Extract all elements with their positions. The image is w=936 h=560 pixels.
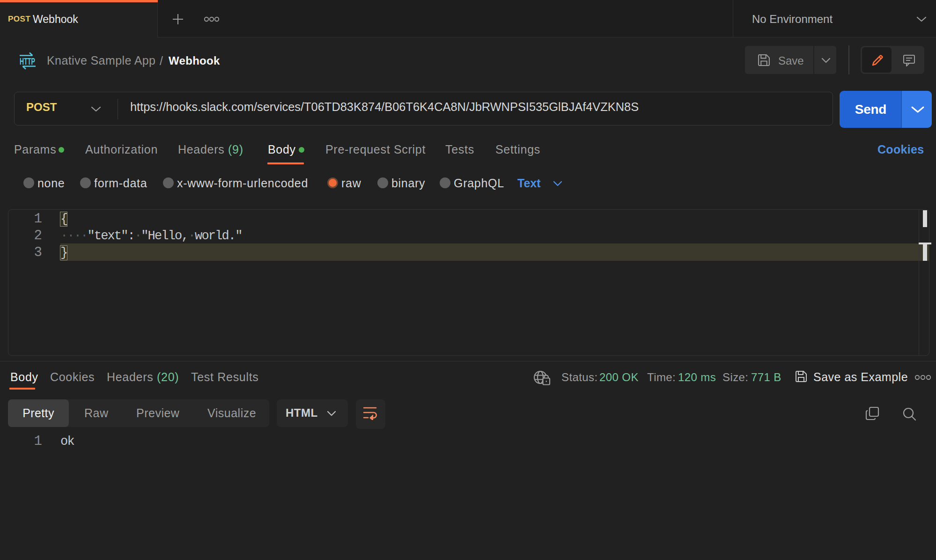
svg-text:HTTP: HTTP: [20, 56, 35, 66]
